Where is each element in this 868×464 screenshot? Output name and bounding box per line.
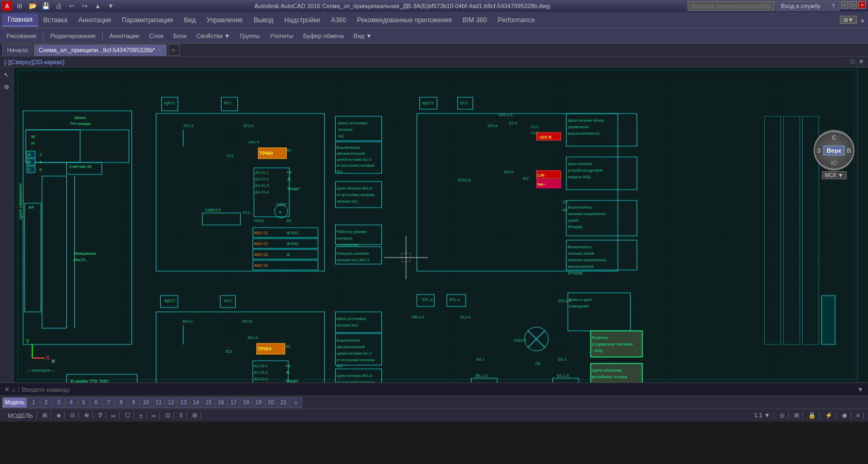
- model-status[interactable]: МОДЕЛЬ: [4, 412, 37, 419]
- snap-btn[interactable]: ◈: [53, 412, 65, 419]
- toolbar-drawing[interactable]: Рисование: [2, 32, 41, 40]
- tab-drawing-close[interactable]: ✕: [158, 47, 162, 53]
- layout-tab-15[interactable]: 15: [203, 397, 215, 408]
- workspace-status[interactable]: ⊞: [791, 412, 803, 419]
- layout-tab-17[interactable]: 17: [228, 397, 240, 408]
- lt-pointer[interactable]: ↖: [1, 70, 12, 80]
- qa-down[interactable]: ▼: [105, 1, 116, 11]
- cmd-close-btn[interactable]: ✕: [4, 386, 10, 393]
- layout-tab-9[interactable]: 9: [128, 397, 140, 408]
- tab-output[interactable]: Вывод: [248, 14, 279, 26]
- layout-tab-14[interactable]: 14: [190, 397, 202, 408]
- customize-btn[interactable]: ≡: [853, 412, 864, 419]
- svg-rect-253: [822, 296, 835, 344]
- isolate-btn[interactable]: ◉: [839, 412, 851, 419]
- lw-btn[interactable]: ═: [149, 412, 160, 419]
- layout-tab-1[interactable]: 1: [28, 397, 40, 408]
- minimize-btn[interactable]: ─: [841, 1, 848, 9]
- layout-tab-18[interactable]: 18: [240, 397, 252, 408]
- tab-start[interactable]: Начало: [2, 44, 33, 56]
- qa-undo[interactable]: ↩: [66, 1, 77, 11]
- tab-parametrize[interactable]: Параметризация: [116, 14, 178, 26]
- toolbar-editing[interactable]: Редактирование: [46, 32, 100, 40]
- grid-btn[interactable]: ⊞: [39, 412, 51, 419]
- sc-btn[interactable]: ⊞: [189, 412, 201, 419]
- tab-manage[interactable]: Управление: [201, 14, 248, 26]
- layout-tab-20[interactable]: 20: [265, 397, 277, 408]
- osnap-btn[interactable]: ∇: [95, 412, 106, 419]
- tab-drawing[interactable]: Схема_эл._принципи...9cf-54347095328b* ✕: [34, 44, 166, 56]
- command-input[interactable]: [22, 386, 855, 393]
- model-tab[interactable]: Модель: [2, 397, 27, 408]
- toolbar-groups[interactable]: Группы: [236, 32, 265, 40]
- compass-widget[interactable]: С В Ю З Верх МСК ▼: [814, 130, 854, 171]
- tab-view[interactable]: Вид: [179, 14, 202, 26]
- new-tab-btn[interactable]: +: [168, 44, 180, 56]
- layout-tab-5[interactable]: 5: [78, 397, 90, 408]
- hardware-accel[interactable]: ⚡: [822, 412, 836, 419]
- layout-tab-8[interactable]: 8: [115, 397, 127, 408]
- tp-btn[interactable]: ⊡: [162, 412, 174, 419]
- ortho-btn[interactable]: ⊙: [67, 412, 79, 419]
- layout-tab-16[interactable]: 16: [215, 397, 227, 408]
- qa-redo[interactable]: ↪: [79, 1, 90, 11]
- tab-insert[interactable]: Вставка: [38, 14, 73, 26]
- ribbon-minimize[interactable]: ▲: [859, 16, 866, 24]
- anno-scale[interactable]: 1:1 ▼: [751, 412, 773, 419]
- qa-new[interactable]: ⊞: [14, 1, 25, 11]
- layout-tab-7[interactable]: 7: [103, 397, 115, 408]
- close-btn[interactable]: ✕: [858, 1, 866, 9]
- compass-top-btn[interactable]: Верх: [823, 146, 845, 155]
- layout-tab-3[interactable]: 3: [53, 397, 65, 408]
- layout-tab-21[interactable]: 21: [278, 397, 290, 408]
- qa-open[interactable]: 📂: [27, 1, 38, 11]
- toolbar-properties[interactable]: Свойства ▼: [192, 32, 235, 40]
- tab-addons[interactable]: Надстройки: [279, 14, 325, 26]
- toolbar-view[interactable]: Вид ▼: [349, 32, 376, 40]
- login-btn[interactable]: Вход в службу: [776, 1, 825, 11]
- tab-performance[interactable]: Performance: [492, 14, 540, 26]
- svg-text:SF3-II: SF3-II: [488, 124, 498, 128]
- tab-bim360[interactable]: BIM 360: [457, 14, 493, 26]
- layout-tab-12[interactable]: 12: [165, 397, 177, 408]
- toolbar-utilities[interactable]: Утилиты: [265, 32, 298, 40]
- layout-tab-11[interactable]: 11: [153, 397, 165, 408]
- lt-zoom[interactable]: ⊕: [1, 81, 12, 92]
- qa-up[interactable]: ▲: [92, 1, 103, 11]
- otrack-btn[interactable]: ∞: [108, 412, 119, 419]
- toolbar-annotations[interactable]: Аннотации: [105, 32, 143, 40]
- layout-tab-6[interactable]: 6: [90, 397, 102, 408]
- qa-plot[interactable]: 🖨: [53, 1, 64, 11]
- drawing-area[interactable]: ↖ ⊕: [0, 67, 868, 383]
- layout-tab-13[interactable]: 13: [178, 397, 190, 408]
- close-viewport[interactable]: ✕: [859, 58, 864, 65]
- add-layout-btn[interactable]: +: [290, 397, 302, 408]
- cmd-arrow-btn[interactable]: ▼: [857, 386, 864, 393]
- ducs-btn[interactable]: ☐: [122, 412, 134, 419]
- polar-btn[interactable]: ⊕: [81, 412, 93, 419]
- qa-save[interactable]: 💾: [40, 1, 51, 11]
- lock-btn[interactable]: 🔒: [805, 412, 820, 419]
- tab-home[interactable]: Главная: [2, 14, 38, 27]
- layout-tab-10[interactable]: 10: [140, 397, 152, 408]
- maximize-btn[interactable]: □: [850, 1, 857, 9]
- toolbar-clipboard[interactable]: Буфер обмена: [299, 32, 348, 40]
- layout-tab-4[interactable]: 4: [65, 397, 77, 408]
- help-btn[interactable]: ?: [827, 1, 840, 11]
- layout-tab-2[interactable]: 2: [40, 397, 52, 408]
- cmd-search-btn[interactable]: ⌕: [12, 386, 16, 393]
- canvas[interactable]: ↖ ⊕: [0, 67, 868, 383]
- anno-visibility[interactable]: ◎: [776, 412, 789, 419]
- tab-annotations[interactable]: Аннотации: [73, 14, 116, 26]
- tab-recommended[interactable]: Рекомендованные приложения: [351, 14, 457, 26]
- toolbar-block[interactable]: Блок: [169, 32, 191, 40]
- qp-btn[interactable]: ☿: [176, 412, 187, 419]
- maximize-viewport[interactable]: □: [851, 58, 854, 65]
- tab-a360[interactable]: А360: [325, 14, 351, 26]
- layout-tab-19[interactable]: 19: [253, 397, 265, 408]
- toolbar-layers[interactable]: Слои: [144, 32, 168, 40]
- keyword-search[interactable]: [688, 1, 775, 11]
- dyn-btn[interactable]: ±: [136, 412, 147, 419]
- workspace-selector[interactable]: ⊞▼: [840, 16, 857, 24]
- svg-text:+N: +N: [286, 364, 291, 368]
